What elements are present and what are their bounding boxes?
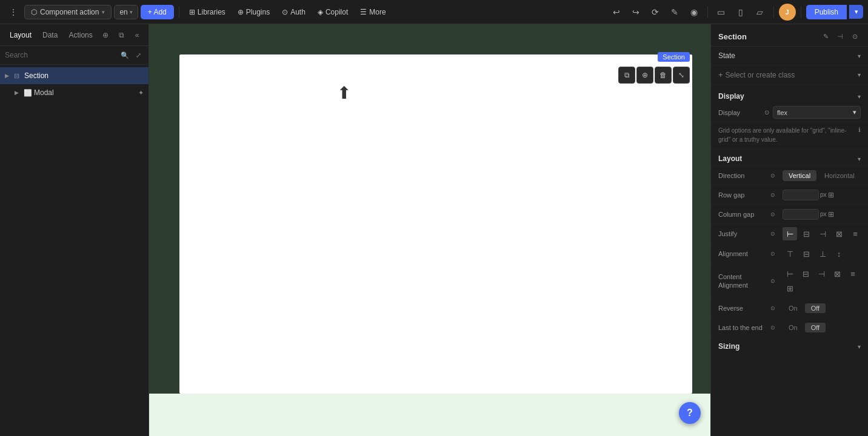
detach-icon-btn[interactable]: ⊣ — [834, 30, 846, 42]
bind-icon: ⊙ — [770, 251, 779, 257]
grid-info-row: ℹ Grid options are only available for "g… — [711, 122, 868, 150]
align-middle-btn[interactable]: ⊟ — [799, 247, 813, 260]
undo-btn[interactable]: ↩ — [608, 4, 625, 21]
help-icon: ? — [687, 408, 693, 418]
canvas-delete-btn[interactable]: 🗑 — [655, 67, 672, 84]
canvas-area[interactable]: Section ⧉ ⊕ 🗑 ⤡ ⬆ — [149, 24, 710, 436]
last-to-end-on-btn[interactable]: On — [783, 323, 804, 332]
state-row[interactable]: State ▾ — [711, 47, 868, 65]
plugins-btn[interactable]: ⊕ Plugins — [233, 5, 275, 19]
align-stretch-btn[interactable]: ↕ — [832, 247, 846, 260]
justify-label: Justify — [718, 230, 767, 237]
canvas-content — [179, 54, 692, 394]
redo-btn[interactable]: ↪ — [627, 4, 644, 21]
modal-icon: ⬜ — [24, 89, 32, 97]
display-label: Display — [718, 109, 761, 116]
reverse-controls: On Off — [783, 303, 826, 313]
col-gap-label: Column gap — [718, 211, 767, 218]
sizing-chevron-icon[interactable]: ▾ — [858, 343, 861, 350]
eye-btn[interactable]: ◉ — [686, 4, 703, 21]
canvas-duplicate-btn[interactable]: ⊕ — [636, 67, 653, 84]
pen-btn[interactable]: ✎ — [666, 4, 683, 21]
mobile-view-btn[interactable]: ▱ — [752, 4, 769, 21]
last-to-end-controls: On Off — [783, 323, 826, 332]
display-select[interactable]: flex ▾ — [773, 106, 861, 119]
publish-label: Publish — [815, 8, 838, 16]
chevron-down-icon: ▾ — [102, 9, 105, 15]
content-align-2-btn[interactable]: ⊟ — [798, 267, 813, 280]
justify-around-btn[interactable]: ≡ — [848, 227, 863, 240]
justify-start-btn[interactable]: ⊢ — [783, 227, 797, 240]
bind-icon: ⊙ — [770, 192, 779, 198]
class-row[interactable]: + Select or create class ▾ — [711, 65, 868, 85]
canvas-copy-btn[interactable]: ⧉ — [618, 67, 635, 84]
tree-item-label: Modal — [34, 88, 136, 97]
display-section-title: Display — [718, 92, 744, 101]
tab-layout[interactable]: Layout — [5, 28, 36, 42]
search-input[interactable] — [5, 51, 117, 59]
last-to-end-off-btn[interactable]: Off — [805, 323, 826, 332]
content-align-5-btn[interactable]: ≡ — [846, 267, 860, 280]
copilot-btn[interactable]: ◈ Copilot — [313, 5, 353, 19]
justify-row: Justify ⊙ ⊢ ⊟ ⊣ ⊠ ≡ — [711, 224, 868, 244]
refresh-btn[interactable]: ⟳ — [647, 4, 664, 21]
tree-item-modal[interactable]: ▶ ⬜ Modal ✦ — [0, 84, 149, 101]
add-button[interactable]: + Add — [141, 5, 174, 19]
content-align-1-btn[interactable]: ⊢ — [783, 267, 797, 280]
chevron-down-icon: ▾ — [130, 9, 133, 15]
separator — [773, 6, 774, 18]
collapse-panel-btn[interactable]: « — [130, 28, 144, 42]
avatar[interactable]: J — [779, 4, 796, 21]
display-chevron-icon[interactable]: ▾ — [858, 93, 861, 100]
publish-caret-btn[interactable]: ▾ — [849, 5, 863, 19]
add-element-btn[interactable]: ⊕ — [99, 28, 112, 42]
justify-end-btn[interactable]: ⊣ — [815, 227, 830, 240]
tab-actions[interactable]: Actions — [64, 28, 97, 42]
component-icon: ⬡ — [31, 8, 37, 16]
align-top-btn[interactable]: ⊤ — [783, 247, 797, 260]
canvas-expand-btn[interactable]: ⤡ — [673, 67, 690, 84]
layout-chevron-icon[interactable]: ▾ — [858, 156, 861, 162]
align-bottom-btn[interactable]: ⊥ — [815, 247, 830, 260]
row-gap-input[interactable] — [783, 190, 819, 200]
help-button[interactable]: ? — [679, 402, 701, 424]
row-gap-row: Row gap ⊙ px ⊞ — [711, 185, 868, 205]
chevron-down-icon: ▾ — [855, 8, 858, 15]
content-align-4-btn[interactable]: ⊠ — [830, 267, 844, 280]
section-icon: ⊟ — [14, 72, 22, 80]
right-panel-header: Section ✎ ⊣ ⊙ — [711, 24, 868, 47]
reverse-off-btn[interactable]: Off — [805, 303, 826, 313]
lang-selector[interactable]: en ▾ — [114, 5, 138, 19]
tree-item-section[interactable]: ▶ ⊟ Section — [0, 67, 149, 84]
more-btn[interactable]: ☰ More — [355, 5, 390, 19]
content-align-6-btn[interactable]: ⊞ — [783, 282, 797, 295]
reverse-on-btn[interactable]: On — [783, 303, 804, 313]
component-action-btn[interactable]: ⬡ Component action ▾ — [24, 5, 112, 19]
plugins-label: Plugins — [246, 8, 270, 16]
desktop-view-btn[interactable]: ▭ — [713, 4, 730, 21]
justify-between-btn[interactable]: ⊠ — [832, 227, 846, 240]
class-placeholder: Select or create class — [726, 71, 855, 79]
content-align-3-btn[interactable]: ⊣ — [814, 267, 829, 280]
edit-icon-btn[interactable]: ✎ — [820, 30, 832, 42]
copy-element-btn[interactable]: ⧉ — [115, 28, 128, 42]
chevron-icon: ▶ — [15, 90, 22, 96]
auth-btn[interactable]: ⊙ Auth — [277, 5, 310, 19]
state-chevron-icon: ▾ — [858, 53, 861, 59]
tab-data[interactable]: Data — [38, 28, 62, 42]
libraries-btn[interactable]: ⊞ Libraries — [184, 5, 230, 19]
search-btn[interactable]: 🔍 — [119, 50, 130, 61]
publish-button[interactable]: Publish — [806, 5, 847, 19]
direction-horizontal-btn[interactable]: Horizontal — [818, 170, 861, 181]
tablet-view-btn[interactable]: ▯ — [732, 4, 749, 21]
col-gap-input[interactable] — [783, 209, 819, 220]
settings-icon-btn[interactable]: ⊙ — [849, 30, 861, 42]
more-icon: ☰ — [360, 8, 367, 16]
expand-search-btn[interactable]: ⤢ — [133, 50, 144, 61]
main-area: Layout Data Actions ⊕ ⧉ « 🔍 ⤢ ▶ ⊟ Sect — [0, 24, 868, 436]
panel-tabs: Layout Data Actions ⊕ ⧉ « — [0, 24, 149, 46]
direction-vertical-btn[interactable]: Vertical — [783, 170, 816, 181]
display-value: flex — [777, 109, 787, 116]
hamburger-menu-btn[interactable]: ⋮ — [5, 4, 22, 21]
justify-center-btn[interactable]: ⊟ — [799, 227, 813, 240]
